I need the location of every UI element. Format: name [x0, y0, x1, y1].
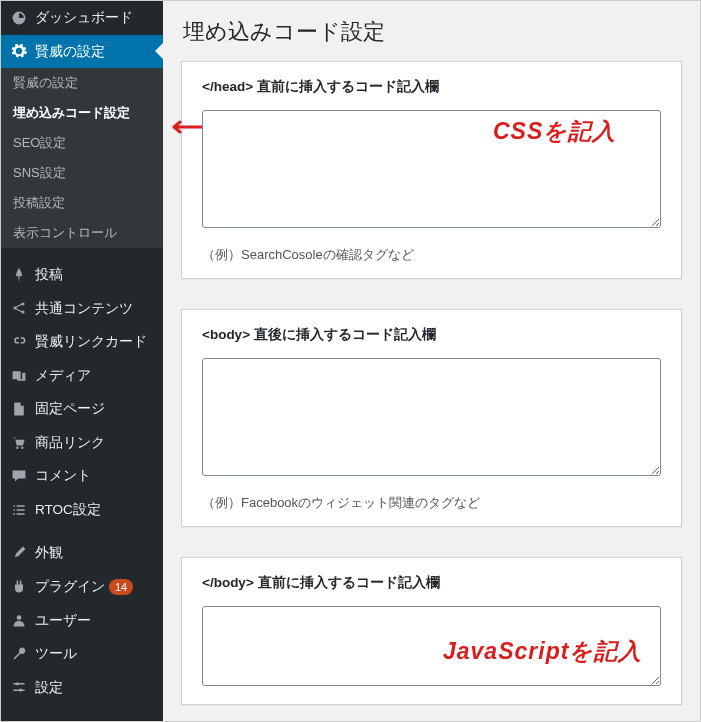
body-before-code-label: </body> 直前に挿入するコード記入欄 [202, 574, 661, 592]
list-icon [9, 502, 29, 518]
submenu-post[interactable]: 投稿設定 [1, 188, 163, 218]
sidebar-submenu: 賢威の設定 埋め込みコード設定 SEO設定 SNS設定 投稿設定 表示コントロー… [1, 68, 163, 248]
sidebar-label: コメント [35, 467, 91, 485]
sidebar-label: 共通コンテンツ [35, 300, 133, 318]
svg-point-7 [19, 689, 22, 692]
sidebar-item-shared[interactable]: 共通コンテンツ [1, 292, 163, 326]
svg-point-3 [16, 446, 18, 448]
sidebar-item-pages[interactable]: 固定ページ [1, 392, 163, 426]
admin-sidebar: ダッシュボード 賢威の設定 賢威の設定 埋め込みコード設定 SEO設定 SNS設… [1, 1, 163, 721]
sliders-icon [9, 679, 29, 695]
plugin-icon [9, 579, 29, 595]
sidebar-label: 賢威の設定 [35, 43, 105, 61]
body-after-code-textarea[interactable] [202, 358, 661, 476]
page-icon [9, 401, 29, 417]
sidebar-item-users[interactable]: ユーザー [1, 604, 163, 638]
user-icon [9, 612, 29, 628]
head-code-label: </head> 直前に挿入するコード記入欄 [202, 78, 661, 96]
comment-icon [9, 468, 29, 484]
share-icon [9, 300, 29, 316]
submenu-keni[interactable]: 賢威の設定 [1, 68, 163, 98]
submenu-display[interactable]: 表示コントロール [1, 218, 163, 248]
submenu-sns[interactable]: SNS設定 [1, 158, 163, 188]
sidebar-label: 設定 [35, 679, 63, 697]
head-code-card: </head> 直前に挿入するコード記入欄 （例）SearchCosoleの確認… [181, 61, 682, 279]
sidebar-item-appearance[interactable]: 外観 [1, 536, 163, 570]
submenu-embed[interactable]: 埋め込みコード設定 [1, 98, 163, 128]
page-title: 埋め込みコード設定 [183, 17, 682, 47]
svg-point-4 [21, 446, 23, 448]
sidebar-item-tools[interactable]: ツール [1, 637, 163, 671]
sidebar-label: 投稿 [35, 266, 63, 284]
plugins-update-badge: 14 [109, 579, 133, 595]
sidebar-item-posts[interactable]: 投稿 [1, 258, 163, 292]
sidebar-item-keni-settings[interactable]: 賢威の設定 [1, 35, 163, 69]
body-after-code-card: <body> 直後に挿入するコード記入欄 （例）Facebookのウィジェット関… [181, 309, 682, 527]
body-before-code-textarea[interactable] [202, 606, 661, 686]
svg-point-6 [16, 683, 19, 686]
wrench-icon [9, 646, 29, 662]
sidebar-label: ダッシュボード [35, 9, 133, 27]
body-after-code-example: （例）Facebookのウィジェット関連のタグなど [202, 494, 661, 512]
body-after-code-label: <body> 直後に挿入するコード記入欄 [202, 326, 661, 344]
sidebar-item-rtoc[interactable]: RTOC設定 [1, 493, 163, 527]
main-content: 埋め込みコード設定 </head> 直前に挿入するコード記入欄 （例）Searc… [163, 1, 700, 721]
sidebar-label: 固定ページ [35, 400, 105, 418]
head-code-example: （例）SearchCosoleの確認タグなど [202, 246, 661, 264]
cart-icon [9, 435, 29, 451]
sidebar-item-comments[interactable]: コメント [1, 459, 163, 493]
gear-icon [9, 43, 29, 59]
head-code-textarea[interactable] [202, 110, 661, 228]
sidebar-label: 賢威リンクカード [35, 333, 147, 351]
sidebar-item-settings[interactable]: 設定 [1, 671, 163, 705]
sidebar-item-linkcard[interactable]: 賢威リンクカード [1, 325, 163, 359]
dashboard-icon [9, 10, 29, 26]
brush-icon [9, 545, 29, 561]
sidebar-label: 商品リンク [35, 434, 105, 452]
sidebar-label: ツール [35, 645, 77, 663]
sidebar-label: ユーザー [35, 612, 91, 630]
sidebar-label: 外観 [35, 544, 63, 562]
sidebar-item-dashboard[interactable]: ダッシュボード [1, 1, 163, 35]
sidebar-item-plugins[interactable]: プラグイン 14 [1, 570, 163, 604]
media-icon [9, 368, 29, 384]
body-before-code-card: </body> 直前に挿入するコード記入欄 [181, 557, 682, 705]
sidebar-item-product-link[interactable]: 商品リンク [1, 426, 163, 460]
sidebar-item-media[interactable]: メディア [1, 359, 163, 393]
sidebar-label: RTOC設定 [35, 501, 101, 519]
sidebar-label: メディア [35, 367, 91, 385]
sidebar-label: プラグイン [35, 578, 105, 596]
pin-icon [9, 267, 29, 283]
submenu-seo[interactable]: SEO設定 [1, 128, 163, 158]
link-icon [9, 334, 29, 350]
svg-point-5 [17, 616, 22, 621]
